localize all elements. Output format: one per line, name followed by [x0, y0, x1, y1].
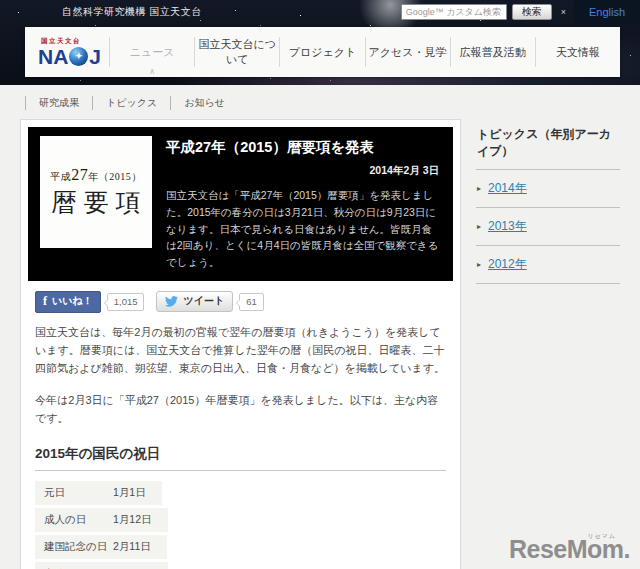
like-count-badge[interactable]: 1,015: [107, 293, 145, 311]
holidays-table: 元日 1月1日 成人の日 1月12日 建国記念の日 2月11日 春分の日 3月2…: [35, 481, 446, 569]
nav-item-projects[interactable]: プロジェクト: [279, 37, 364, 67]
like-label: いいね！: [52, 294, 93, 308]
table-row: 成人の日 1月12日: [35, 508, 168, 532]
triangle-bullet-icon: ▸: [477, 184, 481, 193]
sidebar-item-2013[interactable]: ▸ 2013年: [476, 208, 620, 246]
article-thumbnail[interactable]: 平成27年（2015） 暦要項: [40, 136, 152, 248]
star-icon: ✦: [75, 52, 83, 61]
article-paragraph-1: 国立天文台は、毎年2月の最初の官報で翌年の暦要項（れきようこう）を発表しています…: [35, 324, 446, 377]
facebook-icon: f: [43, 294, 47, 309]
social-share-bar: f いいね！ 1,015 ツイート 61: [35, 291, 453, 313]
holiday-date: 2月11日: [111, 535, 167, 559]
nav-item-astronomy-info[interactable]: 天文情報: [535, 37, 620, 67]
nav-item-label: 広報普及活動: [460, 45, 526, 60]
content-columns: 平成27年（2015） 暦要項 平成27年（2015）暦要項を発表 2014年2…: [20, 119, 620, 569]
breadcrumb-notice[interactable]: お知らせ: [170, 96, 238, 110]
nav-item-news[interactable]: ニュース ∧: [109, 37, 194, 67]
custom-search-input[interactable]: [401, 4, 507, 20]
nav-item-about[interactable]: 国立天文台について: [194, 37, 279, 67]
era-suffix: 年（2015）: [88, 171, 142, 182]
year-archive-link[interactable]: 2014年: [488, 180, 527, 197]
search-button[interactable]: 検索: [512, 4, 552, 20]
holiday-date: 3月21日: [111, 562, 168, 569]
breadcrumb-topics[interactable]: トピックス: [92, 96, 170, 110]
close-icon[interactable]: ×: [561, 7, 566, 17]
featured-article-box: 平成27年（2015） 暦要項 平成27年（2015）暦要項を発表 2014年2…: [28, 127, 453, 281]
article-date: 2014年2月 3日: [166, 164, 439, 178]
resemom-logo: リセマム ReseMom.: [509, 535, 630, 564]
table-row: 春分の日 3月21日: [35, 562, 168, 569]
era-number: 27: [71, 166, 88, 183]
breadcrumb-research-results[interactable]: 研究成果: [25, 96, 92, 110]
holiday-name: 建国記念の日: [35, 535, 111, 559]
thumbnail-title: 暦要項: [40, 186, 152, 219]
starry-sky-banner: 自然科学研究機構 国立天文台 検索 × English 国立天文台 NA✦J ニ…: [0, 0, 640, 85]
holiday-date: 1月12日: [111, 508, 168, 532]
holiday-name: 成人の日: [35, 508, 111, 532]
tweet-button[interactable]: ツイート: [156, 291, 233, 312]
sidebar-title: トピックス（年別アーカイブ）: [476, 126, 620, 170]
holidays-section-heading: 2015年の国民の祝日: [35, 445, 446, 471]
tweet-label: ツイート: [183, 294, 224, 308]
naoj-logo-j: J: [89, 46, 101, 67]
facebook-like-button[interactable]: f いいね！: [35, 291, 101, 313]
article-card: 平成27年（2015） 暦要項 平成27年（2015）暦要項を発表 2014年2…: [20, 119, 461, 569]
holiday-name: 元日: [35, 481, 111, 505]
holiday-name: 春分の日: [35, 562, 111, 569]
organization-name: 自然科学研究機構 国立天文台: [62, 5, 202, 19]
table-row: 建国記念の日 2月11日: [35, 535, 167, 559]
naoj-logo-na: NA: [38, 46, 68, 67]
main-navbar: 国立天文台 NA✦J ニュース ∧ 国立天文台について プロジェクト アクセス・…: [25, 27, 620, 77]
year-archive-link[interactable]: 2013年: [488, 218, 527, 235]
thumbnail-era-line: 平成27年（2015）: [40, 166, 152, 184]
sidebar-item-2012[interactable]: ▸ 2012年: [476, 246, 620, 284]
naoj-logo-wordmark: NA✦J: [38, 46, 101, 67]
nav-menu: ニュース ∧ 国立天文台について プロジェクト アクセス・見学 広報普及活動 天…: [109, 27, 620, 77]
tweet-count-badge[interactable]: 61: [239, 293, 264, 311]
nav-item-label: 天文情報: [556, 45, 600, 60]
chevron-up-icon: ∧: [149, 67, 155, 76]
article-title: 平成27年（2015）暦要項を発表: [166, 138, 441, 157]
english-language-link[interactable]: English: [574, 0, 640, 24]
table-row: 元日 1月1日: [35, 481, 162, 505]
nav-item-outreach[interactable]: 広報普及活動: [450, 37, 535, 67]
resemom-logo-ruby: リセマム: [587, 532, 616, 541]
nav-item-access[interactable]: アクセス・見学: [365, 37, 450, 67]
naoj-logo[interactable]: 国立天文台 NA✦J: [38, 37, 101, 67]
featured-article-text: 平成27年（2015）暦要項を発表 2014年2月 3日 国立天文台は「平成27…: [166, 136, 441, 271]
page-body: 研究成果 トピックス お知らせ 平成27年（2015） 暦要項 平成27年（20…: [0, 85, 640, 569]
article-paragraph-2: 今年は2月3日に「平成27（2015）年暦要項」を発表しました。以下は、主な内容…: [35, 392, 446, 428]
nav-item-label: ニュース: [130, 45, 175, 60]
utility-topbar: 自然科学研究機構 国立天文台 検索 × English: [0, 0, 640, 24]
nav-item-label: プロジェクト: [289, 45, 357, 60]
sidebar-item-2014[interactable]: ▸ 2014年: [476, 170, 620, 208]
triangle-bullet-icon: ▸: [477, 222, 481, 231]
holiday-date: 1月1日: [111, 481, 162, 505]
naoj-logo-globe-icon: ✦: [69, 47, 88, 66]
breadcrumb: 研究成果 トピックス お知らせ: [25, 96, 640, 110]
nav-item-label: 国立天文台について: [195, 37, 279, 67]
topbar-right-group: 検索 × English: [401, 0, 640, 24]
year-archive-link[interactable]: 2012年: [488, 256, 527, 273]
era-prefix: 平成: [50, 171, 71, 182]
topics-archive-sidebar: トピックス（年別アーカイブ） ▸ 2014年 ▸ 2013年 ▸ 2012年: [476, 119, 620, 284]
twitter-bird-icon: [165, 296, 178, 307]
triangle-bullet-icon: ▸: [477, 260, 481, 269]
article-summary: 国立天文台は「平成27年（2015）暦要項」を発表しました。2015年の春分の日…: [166, 187, 441, 271]
nav-item-label: アクセス・見学: [369, 45, 447, 60]
